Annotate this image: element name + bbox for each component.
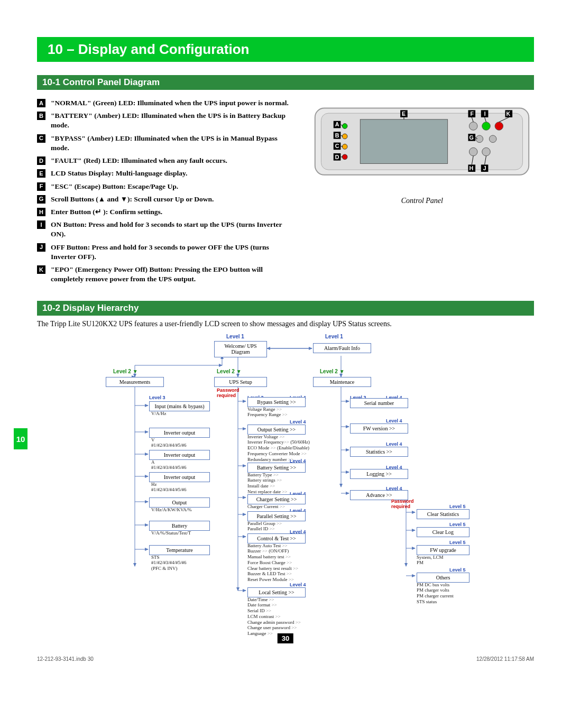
- lvl4-label-j: Level 4: [386, 441, 402, 447]
- sub-temperature: STS #1/#2/#3/#4/#5/#6 (PFC & INV): [151, 555, 187, 572]
- svg-point-13: [482, 148, 491, 156]
- key-H: H: [37, 208, 45, 216]
- legend-item-D: D"FAULT" (Red) LED: Illuminated when any…: [37, 156, 294, 165]
- box-serial-number: Serial number: [350, 398, 408, 409]
- svg-point-11: [490, 135, 497, 143]
- password-required-a: Passwordrequired: [217, 388, 240, 398]
- lvl4-label-b: Level 4: [290, 419, 306, 425]
- legend-item-F: F"ESC" (Escape) Button: Escape/Page Up.: [37, 182, 294, 191]
- legend-item-I: ION Button: Press and hold for 3 seconds…: [37, 220, 294, 239]
- level1-label: Level 1: [226, 334, 244, 339]
- box-charger-setting: Charger Setting >>: [247, 494, 306, 505]
- level1-label-b: Level 1: [325, 334, 343, 339]
- box-upssetup: UPS Setup: [214, 377, 267, 388]
- svg-text:C: C: [335, 143, 339, 149]
- lvl3-label: Level 3: [149, 395, 165, 400]
- svg-text:E: E: [402, 110, 406, 117]
- legend-item-J: JOFF Button: Press and hold for 3 second…: [37, 243, 294, 262]
- legend-item-E: ELCD Status Display: Multi-language disp…: [37, 169, 294, 178]
- svg-point-5: [343, 144, 348, 150]
- key-A: A: [37, 99, 45, 107]
- box-output-setting: Output Setting >>: [247, 425, 306, 435]
- sub-local: Date/Time >>Date format >>Serial ID >>LC…: [247, 597, 301, 637]
- svg-point-7: [469, 122, 478, 131]
- legend-item-C: C"BYPASS" (Amber) LED: Illuminated when …: [37, 134, 294, 153]
- lvl5-label-d: Level 5: [449, 567, 466, 573]
- box-parallel-setting: Parallel Setting >>: [247, 511, 306, 522]
- box-control-test: Control & Test >>: [247, 533, 306, 544]
- key-E: E: [37, 169, 45, 178]
- sub-inv-hz: Hz #1/#2/#3/#4/#5/#6: [151, 482, 187, 493]
- legend-item-A: A"NORMAL" (Green) LED: Illuminated when …: [37, 98, 294, 108]
- legend-text: Enter Button (↵ ): Confirm settings.: [51, 207, 162, 217]
- legend-text: "BATTERY" (Amber) LED: Illuminated when …: [51, 111, 294, 130]
- sub-fw-upgrade: System, LCM PM: [417, 555, 444, 566]
- svg-text:B: B: [335, 132, 339, 139]
- page-number: 30: [278, 633, 293, 643]
- panel-caption: Control Panel: [401, 197, 443, 205]
- legend-list: A"NORMAL" (Green) LED: Illuminated when …: [37, 98, 294, 284]
- svg-text:A: A: [335, 121, 339, 127]
- password-required-b: Passwordrequired: [391, 499, 414, 509]
- sub-charger: Charger Current >>: [247, 504, 285, 510]
- intro-text: The Tripp Lite SU120KX2 UPS features a u…: [37, 320, 534, 328]
- box-clear-statistics: Clear Statistics: [417, 509, 469, 520]
- svg-text:F: F: [471, 110, 474, 117]
- box-measurements: Measurements: [106, 377, 164, 388]
- legend-text: Scroll Buttons (▲ and ▼): Scroll cursor …: [51, 195, 214, 204]
- box-battery: Battery: [149, 521, 210, 531]
- svg-point-4: [343, 134, 348, 139]
- box-bypass-setting: Bypass Setting >>: [247, 397, 306, 408]
- lvl4-label-g: Level 4: [290, 582, 306, 587]
- footer-right: 12/28/2012 11:17:58 AM: [476, 656, 534, 662]
- sub-battery-setting: Battery Type >>Battery strings >>Install…: [247, 472, 287, 495]
- sub-inv-v: V #1/#2/#3/#4/#5/#6: [151, 437, 187, 449]
- legend-text: "ESC" (Escape) Button: Escape/Page Up.: [51, 182, 178, 191]
- svg-text:J: J: [483, 165, 486, 171]
- display-hierarchy-flowchart: Level 1 Welcome/ UPS Diagram Level 1 Ala…: [85, 334, 486, 640]
- legend-item-H: HEnter Button (↵ ): Confirm settings.: [37, 207, 294, 217]
- box-fw-version: FW version >>: [350, 423, 408, 434]
- box-inv-v: Inverter output: [149, 428, 210, 438]
- svg-text:H: H: [469, 165, 474, 171]
- box-output: Output: [149, 497, 210, 508]
- sub-parallel: Parallel Group >>Parallel ID >>: [247, 521, 282, 532]
- box-input-mains: Input (mains & bypass): [149, 401, 210, 412]
- key-F: F: [37, 182, 45, 191]
- svg-point-10: [476, 135, 483, 143]
- side-tab: 10: [14, 428, 27, 449]
- legend-text: "EPO" (Emergency Power Off) Button: Pres…: [51, 265, 294, 284]
- sub-others: PM DC bus volts PM charger volts PM char…: [417, 582, 454, 605]
- key-C: C: [37, 134, 45, 143]
- lvl5-label-c: Level 5: [449, 540, 466, 545]
- sub-bypass: Voltage Range >>Frequency Range >>: [247, 407, 288, 418]
- legend-text: "NORMAL" (Green) LED: Illuminated when t…: [51, 98, 289, 108]
- box-local-setting: Local Setting >>: [247, 587, 306, 598]
- level2-label-a: Level 2 ▼: [113, 368, 138, 374]
- svg-point-8: [482, 122, 491, 131]
- lvl5-label-a: Level 5: [449, 504, 466, 509]
- box-maintenance: Maintenace: [313, 377, 371, 388]
- box-logging: Logging >>: [350, 469, 408, 480]
- key-K: K: [37, 265, 45, 274]
- sub-battery: V/A/%/Status/Test/T: [151, 530, 191, 536]
- section-10-1-header: 10-1 Control Panel Diagram: [37, 75, 534, 90]
- legend-item-K: K"EPO" (Emergency Power Off) Button: Pre…: [37, 265, 294, 284]
- box-battery-setting: Battery Setting >>: [247, 463, 306, 473]
- legend-text: OFF Button: Press and hold for 3 seconds…: [51, 243, 294, 262]
- key-J: J: [37, 243, 45, 252]
- box-others: Others: [417, 573, 469, 583]
- chapter-header: 10 – Display and Configuration: [37, 37, 534, 62]
- svg-point-6: [343, 154, 348, 160]
- svg-text:I: I: [484, 110, 486, 117]
- lvl5-label-b: Level 5: [449, 522, 466, 527]
- box-alarm: Alarm/Fault Info: [313, 343, 371, 354]
- section-10-2-header: 10-2 Display Hierarchy: [37, 301, 534, 316]
- box-inv-a: Inverter output: [149, 450, 210, 460]
- legend-text: "BYPASS" (Amber) LED: Illuminated when t…: [51, 134, 294, 153]
- svg-point-12: [469, 148, 478, 156]
- key-I: I: [37, 220, 45, 229]
- svg-rect-2: [361, 119, 448, 164]
- key-G: G: [37, 195, 45, 204]
- level2-label-c: Level 2 ▼: [320, 368, 345, 374]
